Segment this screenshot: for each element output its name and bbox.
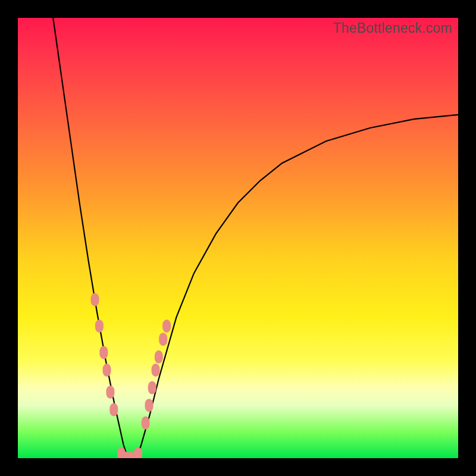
curve-marker: [148, 381, 156, 394]
curve-marker: [106, 386, 114, 399]
curve-marker: [109, 403, 118, 416]
curve-marker: [103, 364, 111, 377]
curve-marker: [91, 293, 99, 306]
curve-marker: [152, 364, 160, 377]
curve-marker: [159, 333, 167, 346]
curve-marker: [95, 320, 104, 333]
curve-marker: [145, 399, 154, 412]
curve-marker: [142, 416, 150, 430]
bottleneck-curve-left: [53, 18, 132, 458]
plot-area: TheBottleneck.com: [18, 18, 458, 458]
marker-group: [91, 293, 171, 458]
curve-marker: [162, 320, 171, 333]
outer-frame: TheBottleneck.com: [0, 0, 476, 476]
bottleneck-curve-right: [128, 115, 458, 458]
curve-marker: [155, 350, 163, 364]
curve-svg: [18, 18, 458, 458]
curve-marker: [134, 447, 142, 458]
curve-marker: [99, 346, 108, 359]
